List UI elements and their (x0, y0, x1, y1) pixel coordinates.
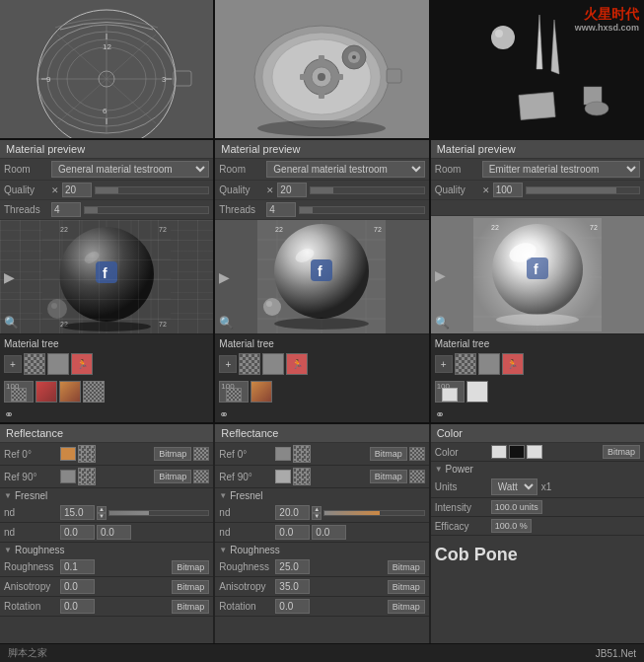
play-btn-3[interactable]: ▶ (435, 267, 446, 283)
ref0-checker-1[interactable] (193, 447, 209, 461)
x-icon-2[interactable]: ✕ (266, 185, 274, 195)
quality-slider-2[interactable] (310, 186, 424, 194)
node-block-100-3[interactable]: 100 (435, 381, 465, 403)
nd-spindown-2[interactable]: ▼ (312, 513, 322, 520)
color-swatch-black-3[interactable] (509, 445, 525, 459)
nd2-input2-2[interactable] (312, 525, 346, 540)
nd-spinup-1[interactable]: ▲ (97, 506, 107, 513)
ref90-checker-2[interactable] (409, 470, 425, 483)
ref90-bitmap-btn-2[interactable]: Bitmap (370, 470, 407, 483)
quality-slider-1[interactable] (95, 186, 209, 194)
anisotropy-label-1: Anisotropy (4, 581, 58, 592)
node-checker-1[interactable] (83, 381, 105, 403)
checker-swatch-2[interactable] (239, 353, 260, 375)
threads-input-2[interactable] (266, 202, 296, 217)
figure-swatch-3[interactable]: 🏃 (502, 353, 524, 375)
nd-slider-1[interactable] (108, 510, 209, 516)
svg-rect-36 (519, 92, 555, 119)
roughness-bitmap-2[interactable]: Bitmap (388, 560, 425, 574)
rotation-bitmap-2[interactable]: Bitmap (388, 600, 425, 614)
add-node-btn-3[interactable]: + (435, 355, 453, 373)
link-icon-1[interactable]: ⚭ (4, 407, 14, 421)
roughness-input-2[interactable] (275, 559, 310, 574)
roughness-input-1[interactable] (60, 559, 95, 574)
ref0-swatch-2[interactable] (275, 447, 291, 461)
link-icon-2[interactable]: ⚭ (219, 407, 229, 421)
node-red-1[interactable] (36, 381, 57, 403)
panel-2-header: Material preview (215, 140, 428, 159)
nd-input-2[interactable] (275, 505, 310, 520)
properties-row: Reflectance Ref 0° Bitmap Ref 90° Bitmap… (0, 424, 644, 643)
figure-swatch-2[interactable]: 🏃 (286, 353, 308, 375)
room-dropdown-1[interactable]: General material testroom (51, 161, 209, 178)
zoom-icon-2[interactable]: 🔍 (219, 316, 234, 330)
x-icon-3[interactable]: ✕ (482, 185, 490, 195)
node-block-100-2[interactable]: 100 (219, 381, 249, 403)
nd2-input2-1[interactable] (97, 525, 131, 540)
ref0-bitmapswatch-2[interactable] (293, 445, 311, 463)
add-node-btn-2[interactable]: + (219, 355, 237, 373)
mat-swatch-1a[interactable] (47, 353, 69, 375)
room-dropdown-2[interactable]: General material testroom (266, 161, 424, 178)
preview-row: Material preview Room General material t… (0, 140, 644, 424)
rotation-input-2[interactable] (275, 599, 310, 614)
quality-input-3[interactable] (493, 183, 523, 197)
quality-input-2[interactable] (277, 183, 307, 197)
nd-slider-2[interactable] (323, 510, 424, 516)
nd-spinup-2[interactable]: ▲ (312, 506, 322, 513)
units-dropdown-3[interactable]: Watt (491, 478, 537, 495)
x-icon-1[interactable]: ✕ (51, 185, 59, 195)
svg-point-94 (496, 314, 579, 326)
ref90-swatch-2[interactable] (275, 470, 291, 483)
ref90-swatch-1[interactable] (60, 470, 76, 483)
preview-panel-3: Material preview Room Emitter material t… (431, 140, 644, 422)
rotation-bitmap-1[interactable]: Bitmap (172, 600, 209, 614)
ref0-bitmapswatch-1[interactable] (78, 445, 96, 463)
rotation-label-2: Rotation (219, 601, 273, 612)
anisotropy-bitmap-2[interactable]: Bitmap (388, 580, 425, 594)
node-white-3[interactable] (466, 381, 488, 403)
nd-input-1[interactable] (60, 505, 95, 520)
ref0-bitmap-btn-2[interactable]: Bitmap (370, 447, 407, 461)
add-node-btn-1[interactable]: + (4, 355, 22, 373)
play-btn-1[interactable]: ▶ (4, 269, 15, 285)
anisotropy-input-2[interactable] (275, 579, 310, 594)
quality-input-1[interactable] (62, 183, 92, 197)
nd2-input1-1[interactable] (60, 525, 95, 540)
ref0-bitmap-btn-1[interactable]: Bitmap (154, 447, 191, 461)
ref90-bitmapswatch-1[interactable] (78, 468, 96, 485)
ref0-checker-2[interactable] (409, 447, 425, 461)
ref90-checker-1[interactable] (193, 470, 209, 483)
nd2-input1-2[interactable] (275, 525, 310, 540)
zoom-icon-3[interactable]: 🔍 (435, 316, 450, 330)
mat-swatch-2a[interactable] (262, 353, 284, 375)
threads-slider-1[interactable] (84, 206, 209, 214)
node-block-100-1[interactable]: 100 (4, 381, 34, 403)
checker-swatch-1[interactable] (24, 353, 45, 375)
threads-input-1[interactable] (51, 202, 81, 217)
props-3-header: Color (431, 424, 644, 443)
mat-swatch-3a[interactable] (478, 353, 500, 375)
color-swatch-light-3[interactable] (527, 445, 542, 459)
anisotropy-bitmap-1[interactable]: Bitmap (172, 580, 209, 594)
color-swatch-white-3[interactable] (491, 445, 507, 459)
nd-spindown-1[interactable]: ▼ (97, 513, 107, 520)
room-dropdown-3[interactable]: Emitter material testroom (482, 161, 640, 178)
figure-swatch-1[interactable]: 🏃 (71, 353, 93, 375)
node-orange-2[interactable] (250, 381, 272, 403)
panel-3-quality-row: Quality ✕ (431, 181, 644, 200)
roughness-bitmap-1[interactable]: Bitmap (172, 560, 209, 574)
play-btn-2[interactable]: ▶ (219, 269, 230, 285)
rotation-input-1[interactable] (60, 599, 95, 614)
anisotropy-input-1[interactable] (60, 579, 95, 594)
ref0-swatch-1[interactable] (60, 447, 76, 461)
ref90-bitmapswatch-2[interactable] (293, 468, 311, 485)
zoom-icon-1[interactable]: 🔍 (4, 316, 19, 330)
link-icon-3[interactable]: ⚭ (435, 407, 445, 421)
threads-slider-2[interactable] (299, 206, 424, 214)
quality-slider-3[interactable] (526, 186, 640, 194)
checker-swatch-3[interactable] (455, 353, 476, 375)
ref90-bitmap-btn-1[interactable]: Bitmap (154, 470, 191, 483)
node-orange-1[interactable] (59, 381, 81, 403)
color-bitmap-btn-3[interactable]: Bitmap (603, 445, 640, 459)
